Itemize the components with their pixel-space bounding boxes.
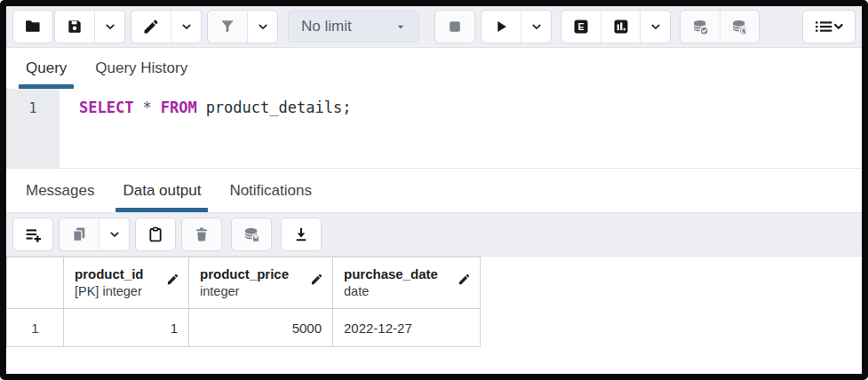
explain-icon: E [572,18,590,36]
sql-table-identifier: product_details; [206,99,352,168]
save-data-changes-button[interactable] [232,218,271,250]
tab-messages-label: Messages [26,182,94,200]
sql-keyword-from: FROM [161,99,197,168]
macros-button[interactable] [803,11,855,43]
grid-toolbar [6,212,862,257]
editor-code-line[interactable]: SELECT * FROM product_details; [60,89,351,168]
svg-text:E: E [578,22,585,32]
tab-query[interactable]: Query [19,48,74,89]
save-group [55,11,124,43]
tab-query-history-label: Query History [95,59,187,77]
commit-icon [691,18,710,36]
open-file-group [13,11,52,43]
tab-messages[interactable]: Messages [19,169,101,212]
sql-star-operator: * [142,99,151,168]
table-row: 1 1 5000 2022-12-27 [7,309,481,347]
results-table: product_id [PK] integer product_price in… [6,257,481,347]
tab-notifications[interactable]: Notifications [222,169,319,212]
output-tabbar: Messages Data output Notifications [6,168,862,212]
edit-dropdown-button[interactable] [171,11,201,43]
sql-editor[interactable]: 1 SELECT * FROM product_details; [6,89,862,168]
macros-group [803,11,855,43]
edit-column-icon [310,273,323,286]
explain-analyze-button[interactable] [601,11,640,43]
add-row-icon [24,226,43,244]
stop-icon [446,18,464,36]
commit-button[interactable] [681,11,720,43]
filter-icon [219,18,236,36]
tab-notifications-label: Notifications [229,182,312,200]
tab-data-output[interactable]: Data output [115,169,208,212]
column-name: purchase_date [344,265,438,283]
stop-group [435,11,474,43]
rollback-icon [730,18,749,36]
save-data-changes-icon [243,226,261,244]
delete-icon [193,226,211,243]
chevron-down-icon [103,20,117,34]
main-toolbar: No limit E [6,6,862,48]
cell-purchase-date[interactable]: 2022-12-27 [333,309,481,347]
execute-dropdown-button[interactable] [521,11,551,43]
paste-button[interactable] [136,218,175,250]
delete-button[interactable] [182,218,221,250]
paste-group [136,218,175,250]
copy-button[interactable] [60,218,99,250]
save-button[interactable] [55,11,94,43]
cell-product-id[interactable]: 1 [64,309,189,347]
stop-button[interactable] [435,11,474,43]
copy-icon [70,226,88,243]
download-icon [292,226,310,243]
sql-keyword-select: SELECT [79,99,133,168]
tab-query-label: Query [26,59,67,77]
edit-group [131,11,201,43]
chevron-down-icon [108,227,122,241]
query-tabbar: Query Query History [6,48,862,89]
open-file-button[interactable] [13,11,52,43]
download-group [282,218,321,250]
delete-group [182,218,221,250]
explain-button[interactable]: E [561,11,601,43]
add-row-group [13,218,52,250]
open-file-icon [24,18,42,36]
column-header-purchase-date[interactable]: purchase_date date [333,257,481,309]
caret-down-icon [394,20,408,34]
paste-icon [147,226,164,243]
column-header-product-id[interactable]: product_id [PK] integer [64,257,189,309]
row-number-cell[interactable]: 1 [7,309,64,347]
execute-group [482,11,551,43]
column-header-product-price[interactable]: product_price integer [189,257,333,309]
edit-button[interactable] [131,11,171,43]
row-limit-select[interactable]: No limit [288,11,419,43]
select-all-cell[interactable] [7,257,64,309]
cell-product-price[interactable]: 5000 [189,309,333,347]
download-button[interactable] [282,218,321,250]
copy-dropdown-button[interactable] [99,218,129,250]
chevron-down-icon [649,20,663,34]
column-name: product_id [75,265,144,283]
filter-group [208,11,277,43]
macros-icon [814,18,844,36]
row-limit-value: No limit [301,18,352,36]
explain-dropdown-button[interactable] [640,11,670,43]
header-row: product_id [PK] integer product_price in… [7,257,481,309]
add-row-button[interactable] [13,218,52,250]
transaction-group [681,11,759,43]
query-tool-window: No limit E [0,0,868,380]
chevron-down-icon [530,20,544,34]
column-type: date [344,283,438,301]
edit-column-icon [166,273,179,286]
execute-button[interactable] [482,11,521,43]
save-dropdown-button[interactable] [94,11,124,43]
tab-query-history[interactable]: Query History [88,48,195,89]
filter-dropdown-button[interactable] [247,11,277,43]
chevron-down-icon [179,20,194,34]
save-icon [66,18,84,36]
filter-button[interactable] [208,11,247,43]
rollback-button[interactable] [720,11,759,43]
copy-group [60,218,129,250]
line-number: 1 [28,100,36,168]
column-type: integer [200,283,289,301]
data-grid: product_id [PK] integer product_price in… [6,257,862,374]
tab-data-output-label: Data output [123,182,201,200]
chevron-down-icon [256,20,270,34]
